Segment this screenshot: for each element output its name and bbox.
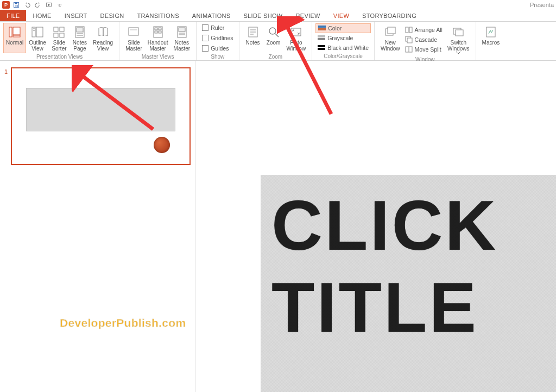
notes-icon [247,26,260,39]
svg-rect-1 [15,3,17,4]
svg-line-35 [275,34,279,37]
svg-rect-40 [318,38,325,40]
zoom-button[interactable]: Zoom [263,23,284,53]
svg-rect-10 [36,27,43,37]
notes-master-button[interactable]: Notes Master [171,23,193,53]
svg-rect-42 [318,48,325,50]
reading-view-button[interactable]: Reading View [90,23,116,53]
checkbox-icon [202,24,208,31]
tab-design[interactable]: DESIGN [94,10,131,21]
group-presentation-views: Normal Outline View Slide Sorter Notes P… [0,22,119,60]
powerpoint-app-icon: P [2,1,10,9]
svg-rect-14 [60,33,64,37]
slide-thumbnail[interactable] [11,67,191,165]
tab-view[interactable]: VIEW [327,10,356,21]
save-icon[interactable] [12,1,21,9]
tab-animations[interactable]: ANIMATIONS [186,10,237,21]
svg-rect-20 [130,29,137,30]
ribbon: Normal Outline View Slide Sorter Notes P… [0,22,556,61]
color-button[interactable]: Color [315,23,371,33]
checkbox-icon [202,35,208,41]
svg-rect-36 [291,28,301,36]
group-show: Ruler Gridlines Guides Show [197,22,239,60]
start-from-beginning-icon[interactable] [45,1,53,9]
slide-canvas[interactable]: CLICK TITLE [195,61,556,392]
macros-icon [484,26,497,39]
notes-page-icon [73,26,86,39]
slide-master-button[interactable]: Slide Master [123,23,145,53]
svg-rect-11 [54,27,58,31]
move-split-button[interactable]: Move Split [403,45,445,54]
tab-insert[interactable]: INSERT [58,10,94,21]
slide-content[interactable]: CLICK TITLE [261,175,556,392]
svg-rect-13 [54,33,58,37]
slide-sorter-button[interactable]: Slide Sorter [49,23,70,53]
thumbnail-seal-icon [154,137,170,153]
reading-view-icon [97,26,110,39]
redo-icon[interactable] [34,1,42,9]
tab-file[interactable]: FILE [0,10,26,21]
watermark-text: DeveloperPublish.com [60,317,186,330]
svg-rect-39 [318,35,325,37]
tab-home[interactable]: HOME [26,10,58,21]
notes-master-icon [175,26,188,39]
group-macros: Macros Macros [476,22,506,60]
guides-checkbox[interactable]: Guides [200,43,235,53]
handout-master-icon [151,26,165,39]
normal-view-button[interactable]: Normal [3,23,26,53]
thumbnail-panel[interactable]: 1 [0,61,195,392]
gridlines-checkbox[interactable]: Gridlines [200,33,235,43]
svg-rect-48 [407,38,412,43]
macros-button[interactable]: Macros [479,23,503,53]
tab-transitions[interactable]: TRANSITIONS [131,10,186,21]
tab-storyboarding[interactable]: STORYBOARDING [356,10,423,21]
black-and-white-button[interactable]: Black and White [315,43,371,53]
outline-view-icon [31,26,44,39]
svg-rect-52 [456,30,463,36]
svg-rect-46 [409,27,412,33]
ruler-checkbox[interactable]: Ruler [200,23,235,33]
workspace: 1 CLICK TITLE [0,61,556,392]
ribbon-tabs: FILE HOME INSERT DESIGN TRANSITIONS ANIM… [0,10,556,22]
slide-sorter-icon [53,26,66,39]
svg-rect-27 [179,28,185,31]
new-window-icon [384,26,397,39]
cascade-button[interactable]: Cascade [403,35,445,45]
normal-view-icon [8,26,21,39]
group-zoom: Notes Zoom Fit to Window Zoom [239,22,313,60]
handout-master-button[interactable]: Handout Master [145,23,171,53]
switch-windows-icon [452,26,465,39]
color-icon [318,24,326,32]
zoom-icon [267,26,280,39]
grayscale-button[interactable]: Grayscale [315,33,371,43]
fit-to-window-button[interactable]: Fit to Window [284,23,309,53]
chevron-down-icon [456,52,460,54]
group-color-grayscale: Color Grayscale Black and White Color/Gr… [312,22,375,60]
document-title: Presenta [530,2,554,8]
notes-page-button[interactable]: Notes Page [70,23,90,53]
tab-slideshow[interactable]: SLIDE SHOW [237,10,289,21]
svg-rect-41 [318,45,325,47]
move-split-icon [405,46,413,53]
new-window-button[interactable]: New Window [378,23,403,56]
qat-customize-icon[interactable] [55,1,64,9]
thumbnail-banner [26,88,175,131]
tab-review[interactable]: REVIEW [289,10,327,21]
svg-rect-6 [13,35,20,37]
svg-rect-12 [60,27,64,31]
outline-view-button[interactable]: Outline View [26,23,49,53]
svg-rect-38 [318,28,326,30]
svg-rect-44 [388,27,395,34]
switch-windows-button[interactable]: Switch Windows [445,23,472,56]
svg-rect-25 [159,31,161,33]
svg-rect-22 [155,28,157,30]
arrange-all-icon [405,26,413,34]
notes-button[interactable]: Notes [243,23,263,53]
slide-title-placeholder[interactable]: CLICK TITLE [271,185,498,349]
undo-icon[interactable] [23,1,31,9]
svg-rect-23 [159,28,161,30]
svg-rect-4 [9,27,12,37]
group-master-views: Slide Master Handout Master Notes Master… [119,22,197,60]
cascade-icon [405,36,413,43]
arrange-all-button[interactable]: Arrange All [403,25,445,35]
